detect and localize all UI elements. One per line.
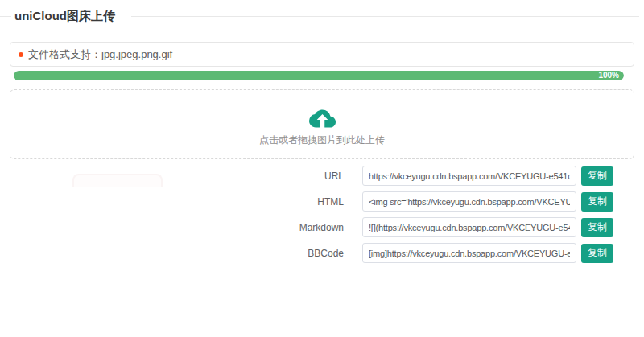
- url-input[interactable]: [362, 166, 576, 186]
- result-row-bbcode: BBCode 复制: [0, 243, 644, 263]
- url-label: URL: [0, 171, 344, 182]
- upload-hint-text: 点击或者拖拽图片到此处上传: [259, 134, 385, 147]
- bbcode-label: BBCode: [0, 248, 344, 259]
- page-title: uniCloud图床上传: [11, 9, 118, 24]
- copy-markdown-button[interactable]: 复制: [581, 218, 613, 237]
- markdown-label: Markdown: [0, 222, 344, 233]
- upload-dropzone[interactable]: 点击或者拖拽图片到此处上传: [10, 89, 634, 159]
- alert-dot-icon: [19, 52, 23, 57]
- cloud-upload-icon: [309, 109, 336, 128]
- alert-message: 文件格式支持：jpg.jpeg.png.gif: [28, 47, 172, 62]
- html-label: HTML: [0, 196, 344, 208]
- upload-progress-bar: 100%: [14, 71, 624, 80]
- format-alert: 文件格式支持：jpg.jpeg.png.gif: [10, 42, 634, 67]
- result-row-markdown: Markdown 复制: [0, 217, 644, 237]
- upload-progress-fill: 100%: [14, 71, 624, 80]
- copy-html-button[interactable]: 复制: [581, 192, 613, 212]
- copy-bbcode-button[interactable]: 复制: [581, 244, 613, 263]
- result-row-html: HTML 复制: [0, 191, 644, 212]
- html-input[interactable]: [362, 191, 576, 212]
- upload-progress-percent: 100%: [598, 71, 624, 80]
- markdown-input[interactable]: [362, 217, 576, 237]
- page-header: uniCloud图床上传: [0, 10, 644, 23]
- upload-preview-ghost: [72, 174, 163, 187]
- copy-url-button[interactable]: 复制: [581, 166, 613, 186]
- bbcode-input[interactable]: [362, 243, 576, 263]
- header-divider: [131, 16, 639, 17]
